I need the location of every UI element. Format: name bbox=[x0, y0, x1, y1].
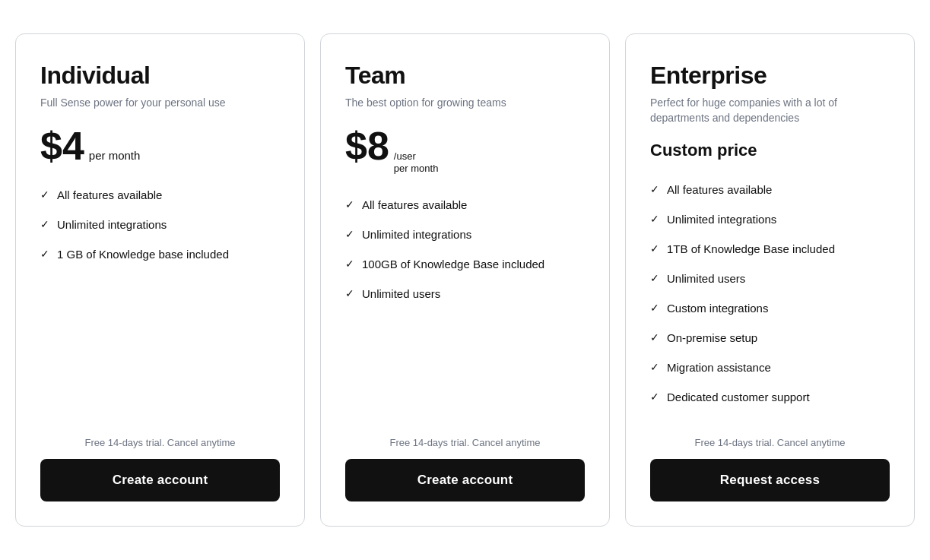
list-item: ✓100GB of Knowledge Base included bbox=[345, 256, 585, 272]
feature-text: All features available bbox=[362, 197, 467, 213]
list-item: ✓Dedicated customer support bbox=[650, 389, 890, 405]
plan-description-enterprise: Perfect for huge companies with a lot of… bbox=[650, 96, 890, 125]
check-icon: ✓ bbox=[650, 360, 659, 375]
card-footer-enterprise: Free 14-days trial. Cancel anytimeReques… bbox=[650, 419, 890, 501]
feature-text: Unlimited integrations bbox=[667, 211, 776, 227]
feature-text: On-premise setup bbox=[667, 330, 757, 346]
list-item: ✓Custom integrations bbox=[650, 300, 890, 316]
plan-name-individual: Individual bbox=[40, 62, 280, 90]
pricing-card-individual: IndividualFull Sense power for your pers… bbox=[15, 33, 305, 527]
check-icon: ✓ bbox=[650, 331, 659, 346]
check-icon: ✓ bbox=[650, 212, 659, 227]
pricing-container: IndividualFull Sense power for your pers… bbox=[15, 33, 915, 527]
list-item: ✓Unlimited integrations bbox=[40, 217, 280, 233]
feature-text: Dedicated customer support bbox=[667, 389, 810, 405]
check-icon: ✓ bbox=[650, 301, 659, 316]
list-item: ✓Unlimited integrations bbox=[345, 226, 585, 242]
check-icon: ✓ bbox=[40, 247, 49, 262]
feature-text: All features available bbox=[57, 187, 162, 203]
plan-description-team: The best option for growing teams bbox=[345, 96, 585, 111]
plan-description-individual: Full Sense power for your personal use bbox=[40, 96, 280, 111]
check-icon: ✓ bbox=[40, 217, 49, 233]
custom-price-enterprise: Custom price bbox=[650, 141, 890, 160]
features-list-enterprise: ✓All features available✓Unlimited integr… bbox=[650, 182, 890, 405]
check-icon: ✓ bbox=[345, 198, 354, 213]
cta-button-individual[interactable]: Create account bbox=[40, 459, 280, 501]
trial-text-team: Free 14-days trial. Cancel anytime bbox=[345, 437, 585, 448]
feature-text: Unlimited users bbox=[667, 271, 745, 286]
feature-text: Unlimited users bbox=[362, 286, 440, 302]
price-suffix-team: /userper month bbox=[394, 150, 439, 176]
check-icon: ✓ bbox=[650, 271, 659, 286]
feature-text: Migration assistance bbox=[667, 359, 771, 375]
list-item: ✓Unlimited users bbox=[345, 286, 585, 302]
cta-button-team[interactable]: Create account bbox=[345, 459, 585, 501]
price-amount-team: $8 bbox=[345, 126, 389, 166]
feature-text: All features available bbox=[667, 182, 772, 198]
check-icon: ✓ bbox=[345, 227, 354, 242]
feature-text: Unlimited integrations bbox=[57, 217, 167, 233]
list-item: ✓Unlimited users bbox=[650, 271, 890, 286]
check-icon: ✓ bbox=[40, 188, 49, 203]
list-item: ✓Migration assistance bbox=[650, 359, 890, 375]
plan-name-enterprise: Enterprise bbox=[650, 62, 890, 90]
price-amount-individual: $4 bbox=[40, 126, 84, 166]
check-icon: ✓ bbox=[650, 242, 659, 257]
feature-text: 100GB of Knowledge Base included bbox=[362, 256, 544, 272]
list-item: ✓On-premise setup bbox=[650, 330, 890, 346]
plan-name-team: Team bbox=[345, 62, 585, 90]
list-item: ✓All features available bbox=[650, 182, 890, 198]
trial-text-individual: Free 14-days trial. Cancel anytime bbox=[40, 437, 280, 448]
price-suffix-individual: per month bbox=[89, 149, 141, 162]
cta-button-enterprise[interactable]: Request access bbox=[650, 459, 890, 501]
feature-text: Custom integrations bbox=[667, 300, 768, 316]
list-item: ✓Unlimited integrations bbox=[650, 211, 890, 227]
check-icon: ✓ bbox=[345, 257, 354, 272]
check-icon: ✓ bbox=[650, 182, 659, 198]
check-icon: ✓ bbox=[650, 390, 659, 405]
list-item: ✓1 GB of Knowledge base included bbox=[40, 246, 280, 262]
price-row-team: $8/userper month bbox=[345, 126, 585, 176]
feature-text: 1 GB of Knowledge base included bbox=[57, 246, 229, 262]
feature-text: Unlimited integrations bbox=[362, 226, 471, 242]
features-list-team: ✓All features available✓Unlimited integr… bbox=[345, 197, 585, 302]
features-list-individual: ✓All features available✓Unlimited integr… bbox=[40, 187, 280, 262]
price-row-individual: $4per month bbox=[40, 126, 280, 166]
list-item: ✓All features available bbox=[40, 187, 280, 203]
check-icon: ✓ bbox=[345, 286, 354, 302]
card-footer-individual: Free 14-days trial. Cancel anytimeCreate… bbox=[40, 419, 280, 501]
list-item: ✓All features available bbox=[345, 197, 585, 213]
trial-text-enterprise: Free 14-days trial. Cancel anytime bbox=[650, 437, 890, 448]
list-item: ✓1TB of Knowledge Base included bbox=[650, 241, 890, 257]
card-footer-team: Free 14-days trial. Cancel anytimeCreate… bbox=[345, 419, 585, 501]
pricing-card-enterprise: EnterprisePerfect for huge companies wit… bbox=[625, 33, 915, 527]
feature-text: 1TB of Knowledge Base included bbox=[667, 241, 835, 257]
pricing-card-team: TeamThe best option for growing teams$8/… bbox=[320, 33, 610, 527]
